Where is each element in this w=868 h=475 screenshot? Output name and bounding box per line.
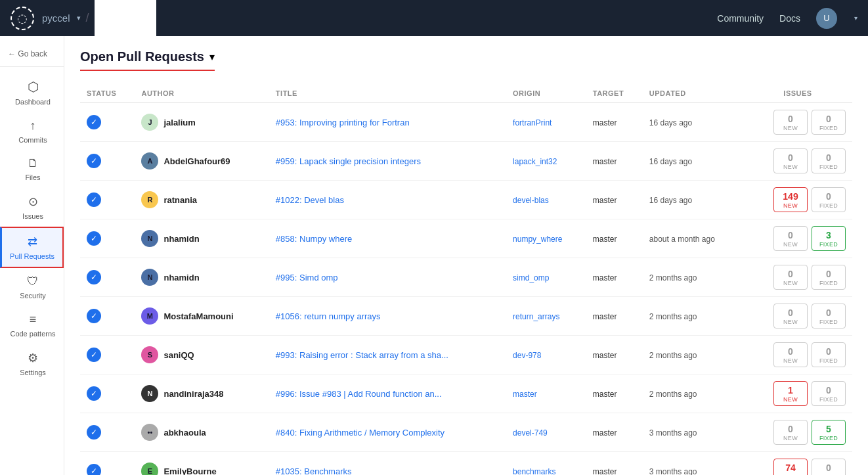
- pr-target: master: [586, 103, 643, 142]
- fixed-badge: 5FIXED: [812, 420, 846, 445]
- pr-origin[interactable]: devel-blas: [506, 181, 586, 219]
- issues-icon: ⊙: [28, 194, 38, 209]
- pr-title-link[interactable]: #858: Numpy where: [276, 234, 352, 244]
- table-row[interactable]: ✓AAbdelGhafour69#959: Lapack single prec…: [80, 142, 852, 181]
- target-tag: master: [593, 467, 617, 476]
- page-title-chevron[interactable]: ▾: [209, 51, 215, 63]
- pr-status: ✓: [80, 181, 135, 219]
- pr-title[interactable]: #959: Lapack single precision integers: [269, 142, 506, 181]
- author-avatar: N: [141, 269, 158, 286]
- sidebar: ← Go back ⬡ Dashboard ↑ Commits 🗋 Files …: [0, 36, 64, 475]
- pr-title[interactable]: #996: Issue #983 | Add Round function an…: [269, 374, 506, 413]
- origin-tag: devel-blas: [513, 196, 549, 205]
- pr-issues: 0NEW0FIXED: [743, 258, 852, 297]
- author-name: AbdelGhafour69: [163, 156, 230, 166]
- pr-origin[interactable]: lapack_int32: [506, 142, 586, 181]
- pr-title-link[interactable]: #993: Raising error : Stack array from a…: [276, 350, 448, 360]
- pr-title[interactable]: #840: Fixing Arithmetic / Memory Complex…: [269, 413, 506, 452]
- pr-origin[interactable]: simd_omp: [506, 258, 586, 297]
- pr-target: master: [586, 452, 643, 476]
- pr-author[interactable]: Jjalalium: [135, 103, 269, 142]
- pr-title-link[interactable]: #995: Simd omp: [276, 273, 338, 283]
- pr-issues: 0NEW0FIXED: [743, 297, 852, 336]
- pr-origin[interactable]: devel-749: [506, 413, 586, 452]
- sidebar-item-security[interactable]: 🛡 Security: [0, 268, 64, 306]
- fixed-badge: 0FIXED: [812, 265, 846, 290]
- sidebar-item-label: Issues: [22, 212, 43, 220]
- sidebar-item-label: Security: [20, 292, 46, 300]
- table-row[interactable]: ✓MMostafaMamouni#1056: return numpy arra…: [80, 297, 852, 336]
- pr-origin[interactable]: master: [506, 374, 586, 413]
- org-name[interactable]: pyccel: [42, 12, 70, 24]
- table-row[interactable]: ✓Rratnania#1022: Devel blasdevel-blasmas…: [80, 181, 852, 219]
- table-row[interactable]: ✓Nnhamidn#858: Numpy wherenumpy_wheremas…: [80, 219, 852, 258]
- pr-origin[interactable]: dev-978: [506, 336, 586, 374]
- org-chevron: ▾: [77, 14, 81, 22]
- table-row[interactable]: ✓••abkhaoula#840: Fixing Arithmetic / Me…: [80, 413, 852, 452]
- new-badge: 149NEW: [773, 187, 808, 212]
- pr-title-link[interactable]: #1056: return numpy arrays: [276, 311, 381, 321]
- pr-author[interactable]: Nnhamidn: [135, 258, 269, 297]
- sidebar-item-files[interactable]: 🗋 Files: [0, 150, 64, 188]
- pr-author[interactable]: Nnandiniraja348: [135, 374, 269, 413]
- pr-title-link[interactable]: #840: Fixing Arithmetic / Memory Complex…: [276, 428, 445, 438]
- pr-author[interactable]: ••abkhaoula: [135, 413, 269, 452]
- sidebar-item-settings[interactable]: ⚙ Settings: [0, 344, 64, 383]
- sidebar-item-label: Commits: [18, 136, 47, 144]
- avatar[interactable]: U: [816, 8, 837, 29]
- col-author: AUTHOR: [135, 84, 269, 103]
- pr-title-link[interactable]: #959: Lapack single precision integers: [276, 156, 421, 166]
- sidebar-item-issues[interactable]: ⊙ Issues: [0, 188, 64, 227]
- pr-title-link[interactable]: #1035: Benchmarks: [276, 466, 352, 476]
- sidebar-item-label: Code patterns: [10, 330, 55, 338]
- pr-title[interactable]: #953: Improving printing for Fortran: [269, 103, 506, 142]
- target-tag: master: [593, 196, 617, 205]
- origin-tag: fortranPrint: [513, 118, 552, 127]
- pr-origin[interactable]: benchmarks: [506, 452, 586, 476]
- pr-title-link[interactable]: #996: Issue #983 | Add Round function an…: [276, 389, 442, 399]
- pr-title-link[interactable]: #1022: Devel blas: [276, 195, 344, 205]
- table-row[interactable]: ✓Nnandiniraja348#996: Issue #983 | Add R…: [80, 374, 852, 413]
- author-avatar: A: [141, 152, 158, 170]
- sidebar-item-dashboard[interactable]: ⬡ Dashboard: [0, 72, 64, 112]
- table-row[interactable]: ✓SsaniQQ#993: Raising error : Stack arra…: [80, 336, 852, 374]
- table-row[interactable]: ✓EEmilyBourne#1035: Benchmarksbenchmarks…: [80, 452, 852, 476]
- sidebar-item-code-patterns[interactable]: ≡ Code patterns: [0, 306, 64, 344]
- pr-title[interactable]: #858: Numpy where: [269, 219, 506, 258]
- pr-target: master: [586, 142, 643, 181]
- community-link[interactable]: Community: [717, 13, 764, 24]
- author-name: abkhaoula: [163, 428, 206, 438]
- pr-author[interactable]: EEmilyBourne: [135, 452, 269, 476]
- pr-author[interactable]: Nnhamidn: [135, 219, 269, 258]
- pr-title[interactable]: #1035: Benchmarks: [269, 452, 506, 476]
- updated-text: 16 days ago: [649, 118, 692, 127]
- pr-title[interactable]: #1022: Devel blas: [269, 181, 506, 219]
- app-logo[interactable]: ◌: [11, 7, 34, 30]
- pr-author[interactable]: AAbdelGhafour69: [135, 142, 269, 181]
- repo-name[interactable]: pyccel: [95, 0, 157, 37]
- col-title: TITLE: [269, 84, 506, 103]
- pr-title[interactable]: #993: Raising error : Stack array from a…: [269, 336, 506, 374]
- fixed-badge: 3FIXED: [812, 226, 846, 251]
- target-tag: master: [593, 273, 617, 283]
- pr-author[interactable]: MMostafaMamouni: [135, 297, 269, 336]
- files-icon: 🗋: [28, 157, 39, 170]
- pr-origin[interactable]: numpy_where: [506, 219, 586, 258]
- pr-origin[interactable]: fortranPrint: [506, 103, 586, 142]
- pr-title[interactable]: #1056: return numpy arrays: [269, 297, 506, 336]
- pr-updated: 16 days ago: [643, 142, 743, 181]
- pr-title[interactable]: #995: Simd omp: [269, 258, 506, 297]
- pr-author[interactable]: SsaniQQ: [135, 336, 269, 374]
- pr-origin[interactable]: return_arrays: [506, 297, 586, 336]
- table-row[interactable]: ✓Jjalalium#953: Improving printing for F…: [80, 103, 852, 142]
- pr-title-link[interactable]: #953: Improving printing for Fortran: [276, 118, 410, 127]
- dashboard-icon: ⬡: [28, 79, 39, 95]
- sidebar-item-pull-requests[interactable]: ⇄ Pull Requests: [0, 227, 64, 268]
- sidebar-item-commits[interactable]: ↑ Commits: [0, 112, 64, 150]
- table-row[interactable]: ✓Nnhamidn#995: Simd ompsimd_ompmaster2 m…: [80, 258, 852, 297]
- docs-link[interactable]: Docs: [779, 13, 800, 24]
- target-tag: master: [593, 351, 617, 360]
- updated-text: 2 months ago: [649, 390, 697, 399]
- pr-author[interactable]: Rratnania: [135, 181, 269, 219]
- back-button[interactable]: ← Go back: [0, 44, 64, 67]
